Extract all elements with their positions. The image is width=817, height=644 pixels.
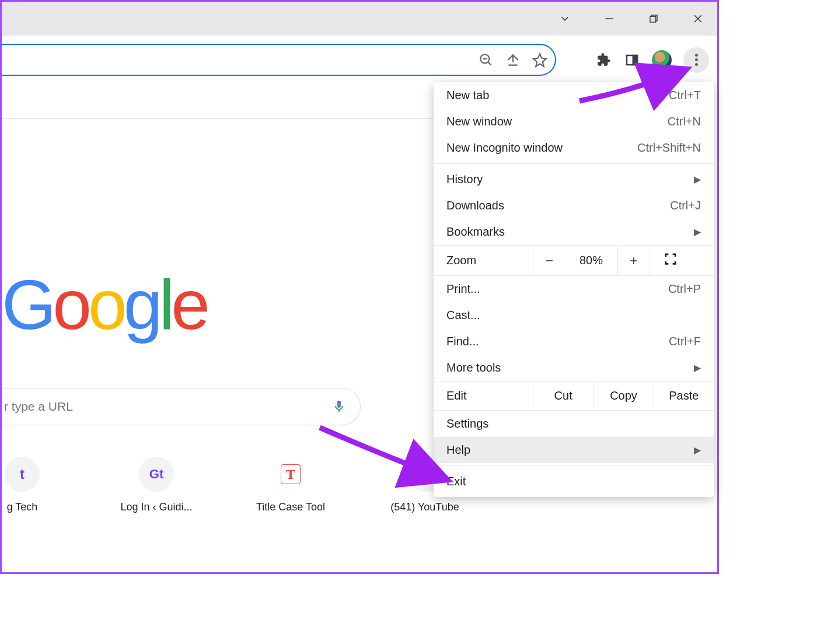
tab-dropdown-button[interactable] bbox=[551, 7, 578, 30]
menu-shortcut: Ctrl+J bbox=[670, 199, 701, 212]
menu-print[interactable]: Print... Ctrl+P bbox=[434, 276, 714, 302]
sidepanel-icon[interactable] bbox=[624, 52, 640, 68]
menu-label: New tab bbox=[446, 89, 489, 102]
maximize-button[interactable] bbox=[640, 7, 667, 30]
menu-shortcut: Ctrl+Shift+N bbox=[637, 141, 701, 155]
menu-shortcut: Ctrl+T bbox=[669, 89, 701, 102]
zoom-in-button[interactable]: + bbox=[617, 247, 650, 275]
shortcut-item[interactable]: t g Tech bbox=[0, 457, 66, 513]
menu-exit[interactable]: Exit bbox=[434, 468, 714, 495]
more-menu-button[interactable] bbox=[683, 47, 709, 73]
menu-settings[interactable]: Settings bbox=[434, 411, 714, 437]
edit-label: Edit bbox=[434, 382, 533, 410]
menu-label: More tools bbox=[446, 361, 501, 374]
menu-find[interactable]: Find... Ctrl+F bbox=[434, 328, 714, 355]
edit-cut-button[interactable]: Cut bbox=[533, 382, 593, 410]
menu-separator bbox=[434, 466, 714, 466]
submenu-arrow-icon: ▶ bbox=[694, 444, 701, 456]
svg-rect-1 bbox=[650, 16, 656, 22]
chrome-menu: New tab Ctrl+T New window Ctrl+N New Inc… bbox=[434, 82, 714, 497]
submenu-arrow-icon: ▶ bbox=[694, 362, 701, 373]
menu-label: Print... bbox=[446, 282, 480, 296]
menu-cast[interactable]: Cast... bbox=[434, 302, 714, 328]
menu-new-tab[interactable]: New tab Ctrl+T bbox=[434, 82, 714, 108]
submenu-arrow-icon: ▶ bbox=[694, 226, 701, 237]
browser-window: Google r type a URL t g Tech Gt Log In ‹… bbox=[0, 0, 719, 574]
logo-letter: G bbox=[2, 265, 53, 344]
menu-label: Exit bbox=[446, 475, 466, 488]
menu-label: Downloads bbox=[446, 199, 504, 212]
address-bar[interactable] bbox=[2, 44, 556, 76]
logo-letter: o bbox=[53, 265, 88, 344]
menu-more-tools[interactable]: More tools ▶ bbox=[434, 355, 714, 381]
menu-label: Bookmarks bbox=[446, 225, 505, 239]
zoom-value: 80% bbox=[565, 248, 617, 273]
shortcut-label: g Tech bbox=[7, 501, 38, 513]
menu-label: History bbox=[446, 173, 483, 186]
header-divider bbox=[2, 118, 445, 119]
submenu-arrow-icon: ▶ bbox=[694, 174, 701, 185]
logo-letter: o bbox=[88, 265, 124, 344]
extensions-icon[interactable] bbox=[596, 52, 612, 68]
menu-shortcut: Ctrl+F bbox=[669, 335, 701, 348]
shortcut-icon: t bbox=[5, 457, 40, 492]
shortcut-icon: T bbox=[281, 464, 301, 484]
google-logo: Google bbox=[2, 264, 207, 345]
menu-bookmarks[interactable]: Bookmarks ▶ bbox=[434, 219, 714, 245]
menu-separator bbox=[434, 163, 714, 164]
bookmark-star-icon[interactable] bbox=[532, 52, 548, 68]
shortcut-label: Title Case Tool bbox=[256, 501, 325, 513]
menu-label: Cast... bbox=[446, 309, 480, 322]
menu-label: Help bbox=[446, 443, 470, 457]
shortcut-icon: Gt bbox=[139, 457, 174, 492]
menu-edit-row: Edit Cut Copy Paste bbox=[434, 381, 714, 411]
menu-incognito[interactable]: New Incognito window Ctrl+Shift+N bbox=[434, 135, 714, 161]
search-placeholder: r type a URL bbox=[4, 400, 332, 414]
fullscreen-button[interactable] bbox=[650, 246, 690, 275]
menu-shortcut: Ctrl+P bbox=[668, 282, 701, 296]
mic-icon[interactable] bbox=[332, 400, 346, 414]
shortcut-item[interactable]: T Title Case Tool bbox=[247, 457, 334, 513]
window-titlebar bbox=[2, 2, 717, 36]
menu-zoom-row: Zoom − 80% + bbox=[434, 245, 714, 276]
menu-label: New window bbox=[446, 115, 512, 128]
zoom-out-button[interactable]: − bbox=[533, 247, 565, 275]
menu-help[interactable]: Help ▶ bbox=[434, 437, 714, 463]
search-input[interactable]: r type a URL bbox=[2, 388, 361, 425]
browser-toolbar bbox=[2, 36, 717, 81]
close-button[interactable] bbox=[685, 7, 711, 30]
shortcut-label: (541) YouTube bbox=[390, 501, 459, 513]
zoom-label: Zoom bbox=[434, 246, 533, 275]
logo-letter: l bbox=[159, 265, 172, 344]
menu-shortcut: Ctrl+N bbox=[668, 115, 701, 128]
shortcut-item[interactable]: Gt Log In ‹ Guidi... bbox=[113, 457, 200, 513]
menu-new-window[interactable]: New window Ctrl+N bbox=[434, 108, 714, 135]
menu-label: Find... bbox=[446, 335, 479, 348]
menu-label: New Incognito window bbox=[446, 141, 563, 155]
edit-copy-button[interactable]: Copy bbox=[593, 382, 653, 410]
minimize-button[interactable] bbox=[596, 7, 623, 30]
zoom-out-icon[interactable] bbox=[478, 52, 494, 68]
edit-paste-button[interactable]: Paste bbox=[654, 382, 714, 410]
profile-avatar[interactable] bbox=[652, 50, 672, 70]
logo-letter: g bbox=[124, 265, 159, 344]
menu-downloads[interactable]: Downloads Ctrl+J bbox=[434, 192, 714, 219]
menu-history[interactable]: History ▶ bbox=[434, 166, 714, 192]
share-icon[interactable] bbox=[505, 52, 521, 68]
menu-label: Settings bbox=[446, 417, 488, 430]
shortcuts-row: t g Tech Gt Log In ‹ Guidi... T Title Ca… bbox=[0, 457, 469, 513]
logo-letter: e bbox=[171, 265, 207, 344]
shortcut-label: Log In ‹ Guidi... bbox=[120, 501, 192, 513]
svg-rect-4 bbox=[633, 55, 637, 65]
